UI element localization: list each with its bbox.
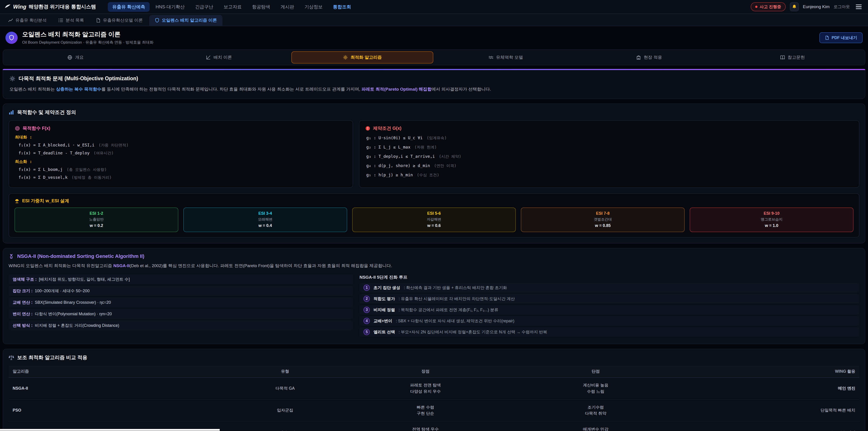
step-number: 1	[364, 284, 370, 291]
definitions-section: 목적함수 및 제약조건 정의 목적함수 F(x) 최대화 : f₁(x) = Σ…	[3, 103, 865, 243]
user-name: Eunjeong Kim	[803, 4, 830, 9]
blueprint-icon	[206, 55, 211, 60]
nav-item-integrated-search[interactable]: 통합조회	[329, 2, 355, 12]
step-label: 초기 집단 생성	[373, 285, 400, 290]
esi-type: 자갈해변	[354, 217, 514, 222]
objective-formula: f₃(x) = Σ L_boom,j(총 오일펜스 사용량)	[19, 167, 347, 172]
constraint-formula: g₄ : d(p_j, shore) ≥ d_min(연안 이격)	[366, 163, 853, 168]
menu-button[interactable]	[854, 3, 864, 11]
constraint-formula: g₃ : T_deploy,i ≤ T_arrive,i(시간 제약)	[366, 154, 853, 159]
step-description: : 부모+자식 2N 집단에서 비지배 정렬+혼잡도 기준으로 N개 선택 → …	[399, 329, 547, 335]
esi-range: ESI 1-2	[17, 211, 176, 216]
stab-field-application[interactable]: 현장 적용	[578, 51, 720, 63]
esi-title: ESI 가중치 w_ESI 설계	[14, 198, 854, 204]
highlight-objectives: 상충하는 복수 목적함수	[56, 87, 101, 92]
esi-weight: w = 0.85	[523, 223, 682, 228]
stab-label: 배치 이론	[214, 55, 232, 60]
param-value: 100~200개체 · 세대수 50~200	[35, 288, 90, 294]
wing-usage: 긴급 단순 배치	[681, 422, 860, 431]
nav-item-spill-prediction[interactable]: 유출유 확산예측	[108, 2, 150, 12]
stab-overview[interactable]: 개요	[4, 51, 147, 63]
logout-link[interactable]: 로그아웃	[834, 4, 850, 9]
param-label: 염색체 구조 :	[13, 277, 37, 282]
notifications-button[interactable]	[790, 2, 799, 11]
param-label: 교배 연산 :	[13, 300, 33, 305]
esi-card: ESI 3-4 모래해변 w = 0.4	[183, 208, 347, 232]
tab-boom-algorithm-theory[interactable]: 오일펜스 배치 알고리즘 이론	[149, 15, 222, 26]
objective-formula: f₁(x) = Σ A_blocked,i · w_ESI,i(가중 차단면적)	[19, 143, 347, 148]
step-label: 적합도 평가	[373, 296, 395, 302]
building-icon	[636, 55, 641, 60]
stab-label: 참고문헌	[788, 55, 805, 60]
pdf-export-label: PDF 내보내기	[832, 35, 857, 40]
esi-type: 모래해변	[186, 217, 345, 222]
loop-step: 4 교배+변이 : SBX + 다항식 변이로 자식 세대 생성, 제약조건 위…	[360, 316, 860, 326]
page-title: 오일펜스 배치 최적화 알고리즘 이론	[22, 30, 153, 38]
param-value: 비지배 정렬 + 혼잡도 거리(Crowding Distance)	[35, 323, 119, 328]
step-description: : 목적함수 공간에서 파레토 전면 계층(F₁, F₂, F₃...) 분류	[399, 307, 498, 313]
tab-spill-model-theory[interactable]: 유출유확산모델 이론	[90, 15, 148, 26]
param-row: 변이 연산 : 다항식 변이(Polynomial Mutation) · ηm…	[8, 309, 353, 319]
stab-optimization-algorithm[interactable]: 최적화 알고리즘	[291, 51, 433, 63]
hamburger-icon	[856, 4, 862, 5]
app-title: 해양환경 위기대응 통합시스템	[29, 3, 96, 10]
esi-card: ESI 7-8 갯벌조간대 w = 0.85	[521, 208, 685, 232]
pdf-export-button[interactable]: PDF 내보내기	[819, 32, 863, 43]
loop-step: 5 엘리트 선택 : 부모+자식 2N 집단에서 비지배 정렬+혼잡도 기준으로…	[360, 327, 860, 337]
esi-weight: w = 0.4	[186, 223, 345, 228]
document-icon	[96, 18, 101, 23]
stab-label: 유체역학 모델	[496, 55, 523, 60]
esi-range: ESI 7-8	[523, 211, 682, 216]
stab-hydrodynamics[interactable]: 유체역학 모델	[435, 51, 577, 63]
nsga-paragraph: WING의 오일펜스 배치 최적화는 다목적 유전알고리즘 NSGA-II(De…	[8, 263, 860, 269]
algorithm-cons: 매개변수 민감느린 수렴	[510, 422, 681, 431]
wing-usage: 메인 엔진	[681, 377, 860, 400]
globe-icon	[67, 55, 72, 60]
stab-label: 현장 적용	[644, 55, 662, 60]
nav-item-weather[interactable]: 기상정보	[300, 2, 327, 12]
scale-icon	[8, 355, 14, 360]
esi-cards: ESI 1-2 노출암반 w = 0.2 ESI 3-4 모래해변 w = 0.…	[14, 208, 854, 232]
incident-status-badge[interactable]: 사고 진행중	[751, 2, 786, 11]
algorithm-comparison-table: 알고리즘 유형 장점 단점 WING 활용 NSGA-II 다목적 GA 파레토…	[8, 366, 860, 431]
esi-range: ESI 3-4	[186, 211, 345, 216]
nav-item-reports[interactable]: 보고자료	[219, 2, 246, 12]
definitions-grid: 목적함수 F(x) 최대화 : f₁(x) = Σ A_blocked,i · …	[8, 120, 860, 188]
content-area: 다목적 최적화 문제 (Multi-Objective Optimization…	[3, 69, 865, 431]
shield-icon	[155, 18, 160, 23]
tab-analysis-list[interactable]: 분석 목록	[53, 15, 89, 26]
algorithm-type: 모의담금질	[230, 422, 340, 431]
tab-label: 유출유 확산분석	[16, 18, 46, 23]
stab-references[interactable]: 참고문헌	[721, 51, 864, 63]
tab-spill-analysis[interactable]: 유출유 확산분석	[3, 15, 52, 26]
esi-card: ESI 1-2 노출암반 w = 0.2	[14, 208, 178, 232]
intro-paragraph: 오일펜스 배치 최적화는 상충하는 복수 목적함수를 동시에 만족해야 하는 전…	[9, 86, 859, 93]
nav-item-hns-dispersion[interactable]: HNS·대기확산	[151, 2, 189, 12]
param-value: [배치지점 위도, 방향각도, 길이, 형태, 세그먼트 수]	[39, 277, 130, 282]
algorithm-cons: 조기수렴다목적 취약	[510, 400, 681, 422]
objective-formula: f₂(x) = T_deadline - T_deploy(여유시간)	[19, 151, 347, 156]
nav-item-board[interactable]: 게시판	[276, 2, 299, 12]
stab-deployment-theory[interactable]: 배치 이론	[148, 51, 290, 63]
sub-tabbar: 유출유 확산분석 분석 목록 유출유확산모델 이론 오일펜스 배치 알고리즘 이…	[0, 14, 868, 26]
brand[interactable]: Wing 해양환경 위기대응 통합시스템	[4, 3, 96, 10]
esi-type: 갯벌조간대	[523, 217, 682, 222]
nav-item-emergency-rescue[interactable]: 긴급구난	[191, 2, 218, 12]
nav-item-aerial-search[interactable]: 항공탐색	[248, 2, 275, 12]
page-header: 오일펜스 배치 최적화 알고리즘 이론 Oil Boom Deployment …	[0, 26, 868, 49]
multi-objective-intro-section: 다목적 최적화 문제 (Multi-Objective Optimization…	[3, 70, 865, 99]
incident-label: 사고 진행중	[760, 4, 781, 9]
objective-formula: f₄(x) = Σ D_vessel,k(방제정 총 이동거리)	[19, 175, 347, 180]
param-value: 다항식 변이(Polynomial Mutation) · ηm=20	[35, 311, 112, 317]
esi-card: ESI 5-6 자갈해변 w = 0.6	[352, 208, 516, 232]
param-label: 변이 연산 :	[13, 311, 33, 317]
constraints-panel: 제약조건 G(x) g₁ : U·sin(θi) ≤ U_c ∀i(임계유속) …	[359, 120, 860, 188]
step-label: 교배+변이	[373, 318, 392, 324]
col-wing-usage: WING 활용	[681, 366, 860, 377]
constraint-formula: g₂ : Σ L_j ≤ L_max(자원 한계)	[366, 145, 853, 150]
param-row: 교배 연산 : SBX(Simulated Binary Crossover) …	[8, 298, 353, 307]
minimize-label: 최소화 :	[15, 159, 347, 164]
algorithm-name: PSO	[8, 400, 230, 422]
step-label: 엘리트 선택	[373, 329, 395, 335]
chart-line-icon	[8, 18, 13, 23]
